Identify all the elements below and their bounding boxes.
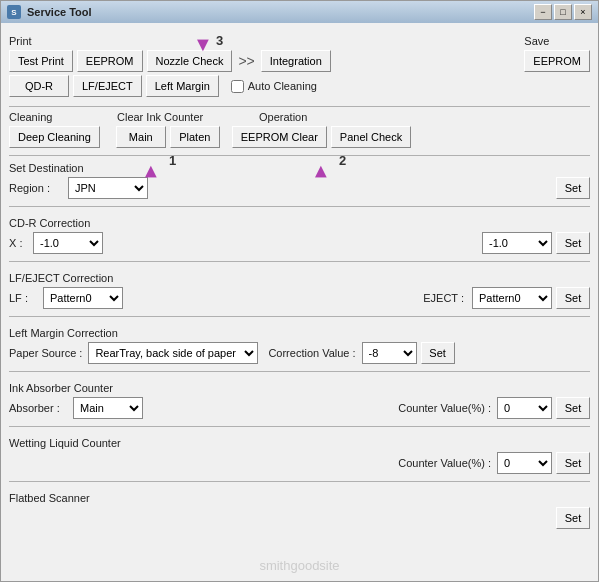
cdr-row: X : -1.0 -0.5 0 0.5 1.0 -1.0 -0.5 0 0.5 … [9, 232, 590, 254]
test-print-button[interactable]: Test Print [9, 50, 73, 72]
clear-ink-label: Clear Ink Counter [117, 111, 247, 123]
set-destination-label: Set Destination [9, 162, 590, 174]
save-label: Save [524, 35, 590, 47]
counter-value1-select[interactable]: 0 10 20 50 100 [497, 397, 552, 419]
divider7 [9, 426, 590, 427]
eject-label: EJECT : [423, 292, 464, 304]
platen-button[interactable]: Platen [170, 126, 220, 148]
print-label: Print [9, 35, 331, 47]
left-margin-button[interactable]: Left Margin [146, 75, 219, 97]
lf-row: LF : Pattern0 Pattern1 Pattern2 EJECT : … [9, 287, 590, 309]
nozzle-check-button[interactable]: Nozzle Check [147, 50, 233, 72]
auto-cleaning-checkbox[interactable] [231, 80, 244, 93]
deep-cleaning-button[interactable]: Deep Cleaning [9, 126, 100, 148]
paper-source-select[interactable]: RearTray, back side of paper FrontTray R… [88, 342, 258, 364]
absorber-row: Absorber : Main Sub Counter Value(%) : 0… [9, 397, 590, 419]
watermark: smithgoodsite [259, 558, 339, 573]
lf-eject-label: LF/EJECT Correction [9, 272, 590, 284]
print-save-row: Print Test Print EEPROM Nozzle Check >> … [9, 29, 590, 100]
qd-r-button[interactable]: QD-R [9, 75, 69, 97]
set-destination-button[interactable]: Set [556, 177, 590, 199]
auto-cleaning-row: Auto Cleaning [231, 80, 317, 93]
panel-check-button[interactable]: Panel Check [331, 126, 411, 148]
flatbed-row: Set [9, 507, 590, 529]
counter-value2-label: Counter Value(%) : [398, 457, 491, 469]
cleaning-labels-row: Cleaning Clear Ink Counter Operation [9, 111, 590, 123]
main-window: S Service Tool − □ × Print Test Print EE… [0, 0, 599, 582]
print-row1: Test Print EEPROM Nozzle Check >> Integr… [9, 50, 331, 72]
correction-value-label: Correction Value : [268, 347, 355, 359]
auto-cleaning-label: Auto Cleaning [248, 80, 317, 92]
set-wetting-button[interactable]: Set [556, 452, 590, 474]
divider2 [9, 155, 590, 156]
absorber-select[interactable]: Main Sub [73, 397, 143, 419]
wetting-row: Counter Value(%) : 0 10 20 50 100 Set [9, 452, 590, 474]
divider6 [9, 371, 590, 372]
close-button[interactable]: × [574, 4, 592, 20]
eeprom-print-button[interactable]: EEPROM [77, 50, 143, 72]
title-bar: S Service Tool − □ × [1, 1, 598, 23]
divider5 [9, 316, 590, 317]
set-cdr-button[interactable]: Set [556, 232, 590, 254]
save-section: Save EEPROM [524, 29, 590, 75]
divider4 [9, 261, 590, 262]
cleaning-label: Cleaning [9, 111, 109, 123]
operation-label: Operation [259, 111, 307, 123]
paper-source-label: Paper Source : [9, 347, 82, 359]
window-icon: S [7, 5, 21, 19]
print-row2: QD-R LF/EJECT Left Margin Auto Cleaning [9, 75, 331, 97]
wetting-liquid-label: Wetting Liquid Counter [9, 437, 590, 449]
lf-eject-button[interactable]: LF/EJECT [73, 75, 142, 97]
region-label: Region : [9, 182, 64, 194]
set-lf-button[interactable]: Set [556, 287, 590, 309]
set-margin-button[interactable]: Set [421, 342, 455, 364]
double-arrow-icon: >> [238, 53, 254, 69]
counter-value1-label: Counter Value(%) : [398, 402, 491, 414]
flatbed-scanner-label: Flatbed Scanner [9, 492, 590, 504]
integration-button[interactable]: Integration [261, 50, 331, 72]
save-row: EEPROM [524, 50, 590, 72]
margin-row: Paper Source : RearTray, back side of pa… [9, 342, 590, 364]
eeprom-save-button[interactable]: EEPROM [524, 50, 590, 72]
maximize-button[interactable]: □ [554, 4, 572, 20]
divider1 [9, 106, 590, 107]
print-section: Print Test Print EEPROM Nozzle Check >> … [9, 29, 331, 100]
x-label: X : [9, 237, 29, 249]
divider3 [9, 206, 590, 207]
window-title: Service Tool [27, 6, 534, 18]
region-select[interactable]: JPN USA EUR AUS [68, 177, 148, 199]
divider8 [9, 481, 590, 482]
cd-r-label: CD-R Correction [9, 217, 590, 229]
ink-absorber-label: Ink Absorber Counter [9, 382, 590, 394]
content-area: Print Test Print EEPROM Nozzle Check >> … [1, 23, 598, 581]
destination-row: Region : JPN USA EUR AUS Set [9, 177, 590, 199]
lf-select[interactable]: Pattern0 Pattern1 Pattern2 [43, 287, 123, 309]
minimize-button[interactable]: − [534, 4, 552, 20]
title-bar-buttons: − □ × [534, 4, 592, 20]
counter-value2-select[interactable]: 0 10 20 50 100 [497, 452, 552, 474]
eeprom-clear-button[interactable]: EEPROM Clear [232, 126, 327, 148]
set-flatbed-button[interactable]: Set [556, 507, 590, 529]
left-margin-correction-label: Left Margin Correction [9, 327, 590, 339]
main-ink-button[interactable]: Main [116, 126, 166, 148]
x2-select[interactable]: -1.0 -0.5 0 0.5 1.0 [482, 232, 552, 254]
eject-select[interactable]: Pattern0 Pattern1 Pattern2 [472, 287, 552, 309]
correction-value-select[interactable]: -8 -7 0 7 8 [362, 342, 417, 364]
absorber-label: Absorber : [9, 402, 69, 414]
lf-label: LF : [9, 292, 39, 304]
x-select[interactable]: -1.0 -0.5 0 0.5 1.0 [33, 232, 103, 254]
set-absorber-button[interactable]: Set [556, 397, 590, 419]
cleaning-controls-row: Deep Cleaning Main Platen EEPROM Clear P… [9, 126, 590, 148]
